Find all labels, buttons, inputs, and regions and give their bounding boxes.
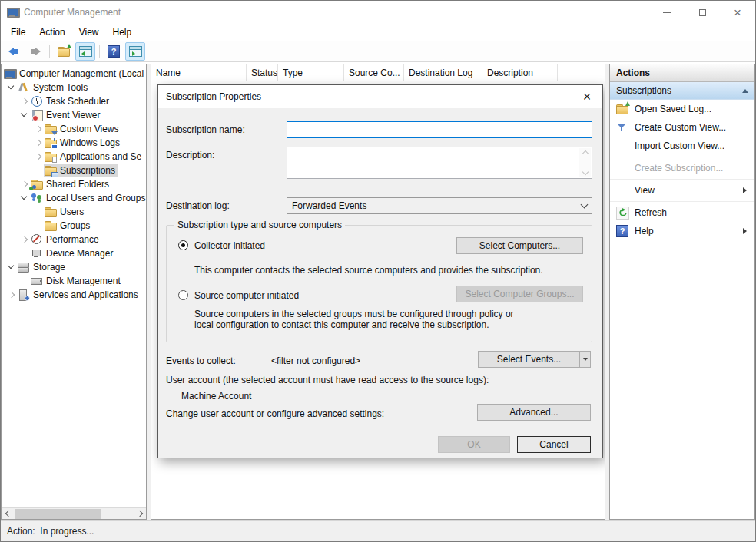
user-account-label: User account (the selected account must … bbox=[166, 375, 489, 385]
destination-log-label: Destination log: bbox=[166, 200, 230, 211]
tree-item-local-users-and-groups[interactable]: Local Users and Groups bbox=[2, 191, 146, 205]
maximize-button[interactable] bbox=[685, 1, 720, 24]
description-input[interactable] bbox=[287, 147, 592, 179]
expand-chevron[interactable] bbox=[19, 193, 30, 203]
up-one-level-button[interactable] bbox=[54, 42, 74, 61]
menu-file[interactable]: File bbox=[4, 25, 32, 39]
groupbox-legend: Subscription type and source computers bbox=[174, 220, 345, 230]
action-item-import-custom-view[interactable]: Import Custom View... bbox=[610, 137, 754, 155]
expand-chevron[interactable] bbox=[6, 82, 17, 93]
dialog-title-bar: Subscription Properties × bbox=[158, 85, 602, 108]
tree-item-event-viewer[interactable]: Event Viewer bbox=[2, 108, 146, 122]
menu-view[interactable]: View bbox=[72, 25, 106, 39]
show-hide-console-tree-button[interactable] bbox=[75, 42, 95, 61]
tree-item-custom-views[interactable]: Custom Views bbox=[2, 122, 146, 136]
tree-item-shared-folders[interactable]: Shared Folders bbox=[2, 177, 146, 191]
close-button[interactable] bbox=[720, 1, 755, 24]
folder-filter-icon bbox=[45, 124, 57, 134]
menu-action[interactable]: Action bbox=[32, 25, 71, 39]
services-icon bbox=[18, 289, 30, 300]
column-header-destination-log[interactable]: Destination Log bbox=[404, 64, 482, 81]
dialog-body: Subscription name: Description: Destinat… bbox=[158, 108, 602, 458]
tree-item-disk-management[interactable]: Disk Management bbox=[2, 274, 146, 288]
column-header-name[interactable]: Name bbox=[151, 64, 247, 81]
tree-item-groups[interactable]: Groups bbox=[2, 219, 146, 233]
menu-help[interactable]: Help bbox=[106, 25, 139, 39]
collapse-chevron[interactable] bbox=[19, 179, 30, 190]
description-label: Description: bbox=[166, 150, 214, 160]
user-account-value: Machine Account bbox=[181, 391, 251, 402]
actions-separator bbox=[610, 157, 754, 157]
textarea-scrollbar[interactable] bbox=[579, 148, 591, 177]
forward-button[interactable] bbox=[25, 42, 45, 61]
tree-item-subscriptions[interactable]: Subscriptions bbox=[2, 164, 146, 177]
ok-button[interactable]: OK bbox=[438, 436, 510, 453]
tree-item-applications-and-services[interactable]: Applications and Se bbox=[2, 150, 146, 164]
expand-chevron[interactable] bbox=[6, 262, 17, 273]
tree-item-performance[interactable]: Performance bbox=[2, 233, 146, 246]
collapse-chevron[interactable] bbox=[6, 289, 17, 300]
action-item-create-subscription[interactable]: Create Subscription... bbox=[610, 159, 754, 177]
select-events-button[interactable]: Select Events... bbox=[478, 351, 580, 368]
action-item-refresh[interactable]: Refresh bbox=[610, 203, 754, 222]
toolbar-separator bbox=[49, 45, 50, 58]
tree-item-device-manager[interactable]: Device Manager bbox=[2, 246, 146, 260]
scroll-left-arrow[interactable] bbox=[2, 508, 15, 519]
column-header-description[interactable]: Description bbox=[482, 64, 558, 81]
collapse-section-icon[interactable] bbox=[742, 89, 748, 93]
help-button[interactable] bbox=[104, 42, 124, 61]
green-up-arrow-icon bbox=[67, 44, 71, 48]
collapse-chevron[interactable] bbox=[33, 151, 44, 162]
collapse-chevron[interactable] bbox=[33, 137, 44, 148]
column-header-source-computers[interactable]: Source Co... bbox=[344, 64, 404, 81]
expand-chevron[interactable] bbox=[19, 110, 30, 121]
scrollbar-thumb[interactable] bbox=[15, 509, 101, 519]
tree-item-storage[interactable]: Storage bbox=[2, 260, 146, 274]
scroll-down-icon[interactable] bbox=[582, 169, 588, 175]
source-computer-initiated-radio[interactable] bbox=[178, 290, 188, 300]
caption-buttons bbox=[649, 1, 755, 24]
action-item-help[interactable]: Help bbox=[610, 222, 754, 240]
minimize-button[interactable] bbox=[649, 1, 685, 24]
toolbar-separator bbox=[99, 45, 100, 58]
open-saved-log-icon bbox=[616, 104, 628, 114]
advanced-button[interactable]: Advanced... bbox=[477, 404, 591, 421]
collapse-chevron[interactable] bbox=[33, 124, 44, 134]
tree-item-users[interactable]: Users bbox=[2, 205, 146, 219]
tree-item-windows-logs[interactable]: Windows Logs bbox=[2, 136, 146, 150]
action-item-create-custom-view[interactable]: Create Custom View... bbox=[610, 118, 754, 137]
scroll-right-arrow[interactable] bbox=[133, 508, 146, 519]
tree-item-services-and-applications[interactable]: Services and Applications bbox=[2, 288, 146, 302]
horizontal-scrollbar[interactable] bbox=[2, 507, 146, 519]
scroll-up-icon[interactable] bbox=[582, 150, 588, 157]
actions-section-subscriptions[interactable]: Subscriptions bbox=[610, 82, 754, 100]
tree-item-computer-management[interactable]: Computer Management (Local bbox=[2, 67, 146, 81]
select-computers-button[interactable]: Select Computers... bbox=[456, 237, 583, 254]
tree-item-task-scheduler[interactable]: Task Scheduler bbox=[2, 94, 146, 108]
action-item-view[interactable]: View bbox=[610, 181, 754, 200]
window-title: Computer Management bbox=[24, 7, 121, 18]
show-hide-action-pane-button[interactable] bbox=[125, 42, 145, 61]
column-header-type[interactable]: Type bbox=[278, 64, 344, 81]
destination-log-select[interactable]: Forwarded Events bbox=[287, 197, 592, 214]
source-description-line1: Source computers in the selected groups … bbox=[194, 309, 514, 319]
select-events-dropdown-button[interactable] bbox=[580, 351, 591, 368]
dialog-close-icon[interactable]: × bbox=[579, 90, 595, 104]
tree-item-system-tools[interactable]: System Tools bbox=[2, 81, 146, 94]
actions-pane-header: Actions bbox=[610, 64, 754, 82]
column-header-status[interactable]: Status bbox=[247, 64, 278, 81]
cancel-button[interactable]: Cancel bbox=[517, 436, 591, 453]
people-icon bbox=[31, 193, 43, 203]
action-item-open-saved-log[interactable]: Open Saved Log... bbox=[610, 100, 754, 118]
title-bar: Computer Management bbox=[1, 1, 755, 24]
back-button[interactable] bbox=[4, 42, 24, 61]
collapse-chevron[interactable] bbox=[19, 234, 30, 245]
collapse-chevron[interactable] bbox=[19, 96, 30, 107]
subscription-name-input[interactable] bbox=[287, 121, 592, 138]
collector-initiated-label: Collector initiated bbox=[194, 240, 265, 251]
back-arrow-icon bbox=[8, 48, 19, 55]
subscription-properties-dialog: Subscription Properties × Subscription n… bbox=[158, 84, 603, 458]
create-custom-view-icon bbox=[616, 122, 628, 133]
collector-initiated-radio[interactable] bbox=[178, 240, 188, 250]
select-computer-groups-button[interactable]: Select Computer Groups... bbox=[456, 286, 583, 302]
